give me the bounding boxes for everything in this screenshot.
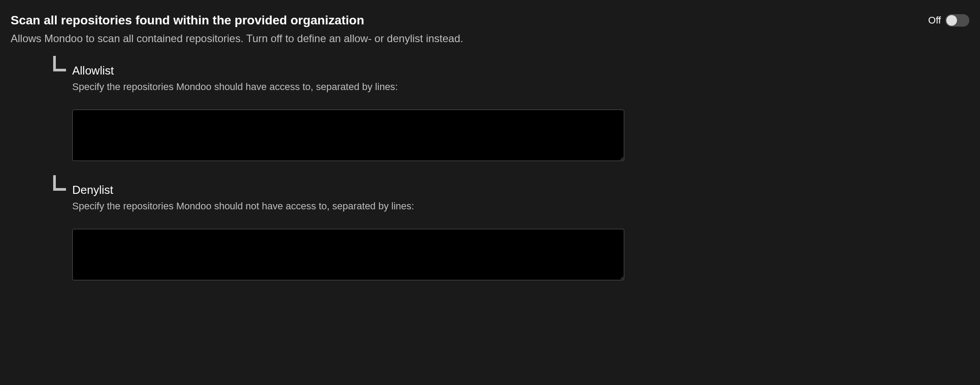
denylist-title: Denylist: [72, 183, 969, 197]
denylist-description: Specify the repositories Mondoo should n…: [72, 200, 969, 212]
tree-branch-icon: [53, 56, 68, 74]
header-row: Scan all repositories found within the p…: [11, 12, 969, 28]
page-title: Scan all repositories found within the p…: [11, 12, 364, 28]
toggle-thumb: [946, 15, 957, 26]
toggle-label: Off: [928, 15, 941, 26]
scan-all-toggle[interactable]: [945, 14, 969, 27]
allowlist-description: Specify the repositories Mondoo should h…: [72, 81, 969, 93]
allowlist-section: Allowlist Specify the repositories Mondo…: [53, 64, 969, 161]
allowlist-input[interactable]: [72, 110, 624, 161]
page-description: Allows Mondoo to scan all contained repo…: [11, 31, 969, 46]
tree-branch-icon: [53, 175, 68, 193]
denylist-section: Denylist Specify the repositories Mondoo…: [53, 183, 969, 280]
denylist-input[interactable]: [72, 229, 624, 280]
allowlist-title: Allowlist: [72, 64, 969, 78]
toggle-wrapper: Off: [928, 14, 969, 27]
